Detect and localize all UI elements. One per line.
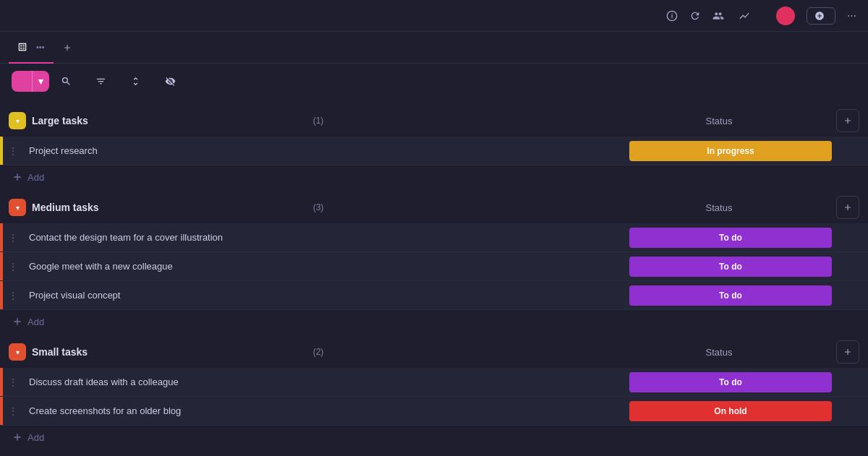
task-status[interactable]: To do: [622, 257, 839, 277]
avatar[interactable]: [776, 7, 795, 25]
status-header-large-tasks: Status: [610, 116, 827, 126]
new-item-button[interactable]: ▾: [12, 71, 49, 92]
add-task-row[interactable]: Add: [0, 310, 868, 333]
task-name: Project visual concept: [23, 290, 622, 301]
tab-main-table[interactable]: •••: [9, 32, 54, 64]
add-to-board-button[interactable]: [807, 7, 835, 25]
task-name: Contact the design team for a cover illu…: [23, 232, 622, 243]
status-badge: In progress: [629, 141, 832, 161]
status-badge: To do: [629, 228, 832, 248]
add-col-large-tasks[interactable]: [836, 109, 859, 132]
group-count-large-tasks: (1): [313, 116, 324, 126]
sort-button[interactable]: [122, 72, 153, 91]
add-label: Add: [27, 432, 44, 443]
task-row[interactable]: ⋮ Discuss draft ideas with a colleague T…: [0, 368, 868, 397]
topbar-actions: i ⋯: [666, 7, 856, 25]
status-badge: To do: [629, 285, 832, 306]
status-badge: To do: [629, 372, 832, 392]
task-drag-handle[interactable]: ⋮: [3, 232, 23, 244]
group-small-tasks: ▾ Small tasks (2) Status ⋮ Discuss draft…: [0, 336, 868, 449]
group-title-large-tasks: Large tasks: [32, 115, 307, 126]
group-toggle-medium-tasks[interactable]: ▾: [9, 199, 26, 216]
status-badge: On hold: [629, 401, 832, 421]
hide-button[interactable]: [156, 72, 184, 91]
topbar: i ⋯: [0, 0, 868, 32]
search-button[interactable]: [52, 72, 84, 91]
add-label: Add: [27, 317, 44, 327]
more-icon[interactable]: ⋯: [847, 10, 856, 21]
add-col-small-tasks[interactable]: [836, 340, 859, 363]
add-view-button[interactable]: [54, 43, 84, 53]
task-drag-handle[interactable]: ⋮: [3, 290, 23, 301]
group-header-large-tasks[interactable]: ▾ Large tasks (1) Status: [0, 105, 868, 137]
task-status[interactable]: To do: [622, 285, 839, 306]
new-item-dropdown-arrow[interactable]: ▾: [32, 71, 49, 92]
task-status[interactable]: In progress: [622, 141, 839, 161]
group-header-medium-tasks[interactable]: ▾ Medium tasks (3) Status: [0, 192, 868, 223]
task-drag-handle[interactable]: ⋮: [3, 405, 23, 417]
group-title-medium-tasks: Medium tasks: [32, 202, 307, 213]
add-col-medium-tasks[interactable]: [836, 196, 859, 219]
task-row[interactable]: ⋮ Create screenshots for an older blog O…: [0, 397, 868, 426]
tabbar: •••: [0, 32, 868, 64]
task-name: Create screenshots for an older blog: [23, 405, 622, 416]
task-row[interactable]: ⋮ Project visual concept To do: [0, 281, 868, 310]
group-toggle-small-tasks[interactable]: ▾: [9, 343, 26, 361]
group-medium-tasks: ▾ Medium tasks (3) Status ⋮ Contact the …: [0, 192, 868, 333]
group-count-medium-tasks: (3): [313, 202, 324, 212]
task-status[interactable]: To do: [622, 228, 839, 248]
invite-button[interactable]: [712, 10, 727, 22]
tab-options-icon[interactable]: •••: [36, 43, 45, 51]
task-drag-handle[interactable]: ⋮: [3, 145, 23, 157]
add-task-row[interactable]: Add: [0, 426, 868, 449]
task-row[interactable]: ⋮ Project research In progress: [0, 137, 868, 165]
toolbar: ▾: [0, 64, 868, 99]
group-header-small-tasks[interactable]: ▾ Small tasks (2) Status: [0, 336, 868, 368]
main-content: ▾ Large tasks (1) Status ⋮ Project resea…: [0, 99, 868, 456]
task-drag-handle[interactable]: ⋮: [3, 261, 23, 272]
info-icon[interactable]: i: [666, 10, 678, 22]
group-toggle-large-tasks[interactable]: ▾: [9, 112, 26, 129]
group-count-small-tasks: (2): [313, 347, 324, 357]
svg-text:i: i: [671, 12, 673, 20]
add-task-row[interactable]: Add: [0, 165, 868, 189]
refresh-icon[interactable]: [689, 10, 701, 22]
task-drag-handle[interactable]: ⋮: [3, 377, 23, 388]
new-item-label[interactable]: [12, 77, 32, 87]
filter-button[interactable]: [87, 72, 119, 91]
task-name: Discuss draft ideas with a colleague: [23, 377, 622, 387]
status-header-medium-tasks: Status: [610, 202, 827, 213]
status-badge: To do: [629, 257, 832, 277]
add-label: Add: [27, 172, 44, 183]
task-row[interactable]: ⋮ Google meet with a new colleague To do: [0, 252, 868, 281]
group-large-tasks: ▾ Large tasks (1) Status ⋮ Project resea…: [0, 105, 868, 189]
status-header-small-tasks: Status: [610, 347, 827, 358]
task-status[interactable]: To do: [622, 372, 839, 392]
task-row[interactable]: ⋮ Contact the design team for a cover il…: [0, 223, 868, 252]
group-title-small-tasks: Small tasks: [32, 346, 307, 358]
task-name: Project research: [23, 145, 622, 156]
activity-button[interactable]: [739, 10, 753, 22]
task-name: Google meet with a new colleague: [23, 261, 622, 272]
task-status[interactable]: On hold: [622, 401, 839, 421]
